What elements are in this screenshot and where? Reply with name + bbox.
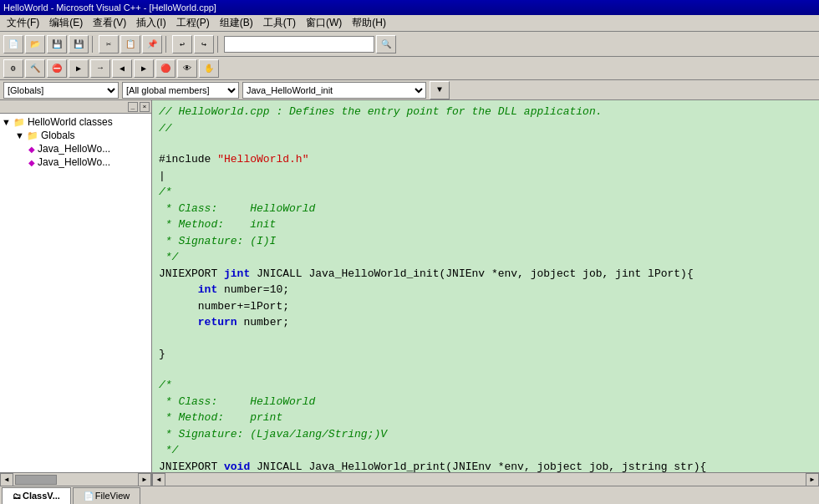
title-bar: HelloWorld - Microsoft Visual C++ - [Hel… bbox=[0, 0, 819, 15]
code-scroll-left[interactable]: ◀ bbox=[152, 473, 165, 486]
step-button[interactable]: → bbox=[90, 59, 110, 78]
copy-button[interactable]: 📋 bbox=[120, 35, 140, 53]
code-hscroll[interactable]: ◀ ▶ bbox=[152, 472, 819, 486]
code-line-22: */ bbox=[159, 442, 812, 459]
tree-root-label: HelloWorld classes bbox=[28, 116, 113, 128]
undo-button[interactable]: ↩ bbox=[172, 35, 192, 53]
separator3 bbox=[217, 36, 221, 53]
code-line-23: JNIEXPORT void JNICALL Java_HelloWorld_p… bbox=[159, 459, 812, 473]
method-icon2: ◆ bbox=[28, 158, 35, 167]
code-line-21: * Signature: (Ljava/lang/String;)V bbox=[159, 426, 812, 443]
menu-bar: 文件(F) 编辑(E) 查看(V) 插入(I) 工程(P) 组建(B) 工具(T… bbox=[0, 15, 819, 32]
panel-close-btn[interactable]: × bbox=[140, 102, 150, 112]
breakpoint-button[interactable]: 🔴 bbox=[155, 59, 176, 78]
compile-button[interactable]: ⚙ bbox=[3, 59, 23, 78]
function-dropdown[interactable]: Java_HelloWorld_init bbox=[242, 82, 426, 99]
separator1 bbox=[92, 36, 95, 53]
menu-item-view[interactable]: 查看(V) bbox=[88, 14, 131, 32]
dropdown-bar: [Globals] [All global members] Java_Hell… bbox=[0, 80, 819, 100]
build-button[interactable]: 🔨 bbox=[25, 59, 45, 78]
scroll-right-btn[interactable]: ▶ bbox=[138, 473, 151, 486]
code-line-14: return number; bbox=[159, 314, 812, 331]
debug-button[interactable]: ▶ bbox=[69, 59, 89, 78]
watch-button[interactable]: 👁 bbox=[177, 59, 197, 78]
code-line-19: * Class: HelloWorld bbox=[159, 394, 812, 410]
expand-icon: ▼ bbox=[2, 117, 11, 127]
menu-item-window[interactable]: 窗口(W) bbox=[301, 14, 347, 32]
save-button[interactable]: 💾 bbox=[47, 35, 67, 53]
tree-root[interactable]: ▼ 📁 HelloWorld classes bbox=[2, 115, 150, 129]
code-line-2: // bbox=[159, 120, 812, 137]
code-line-6: /* bbox=[159, 184, 812, 201]
method-icon1: ◆ bbox=[28, 145, 35, 154]
search-button[interactable]: 🔍 bbox=[376, 35, 396, 53]
scroll-thumb-left[interactable] bbox=[15, 475, 57, 485]
tree-globals-label: Globals bbox=[41, 130, 75, 141]
title-text: HelloWorld - Microsoft Visual C++ - [Hel… bbox=[3, 3, 216, 13]
members-dropdown[interactable]: [All global members] bbox=[122, 82, 239, 99]
tab-classview-label: ClassV... bbox=[23, 491, 60, 501]
main-area: _ × ▼ 📁 HelloWorld classes ▼ 📁 Globals ◆… bbox=[0, 100, 819, 486]
scroll-track-left[interactable] bbox=[13, 473, 138, 486]
code-line-11: JNIEXPORT jint JNICALL Java_HelloWorld_i… bbox=[159, 266, 812, 283]
stop-button[interactable]: ⛔ bbox=[47, 59, 67, 78]
menu-item-edit[interactable]: 编辑(E) bbox=[44, 14, 88, 32]
tree-method2[interactable]: ◆ Java_HelloWo... bbox=[2, 155, 150, 169]
menu-item-tools[interactable]: 工具(T) bbox=[258, 14, 301, 32]
open-button[interactable]: 📂 bbox=[25, 35, 45, 53]
code-line-7: * Class: HelloWorld bbox=[159, 201, 812, 217]
menu-item-build[interactable]: 组建(B) bbox=[215, 14, 258, 32]
code-editor[interactable]: // HelloWorld.cpp : Defines the entry po… bbox=[152, 100, 819, 472]
hand-button[interactable]: ✋ bbox=[199, 59, 219, 78]
tab-fileview[interactable]: 📄 FileView bbox=[73, 487, 140, 504]
right-side: // HelloWorld.cpp : Defines the entry po… bbox=[152, 100, 819, 486]
fileview-icon: 📄 bbox=[84, 491, 94, 501]
code-line-4: #include "HelloWorld.h" bbox=[159, 151, 812, 168]
tab-classview[interactable]: 🗂 ClassV... bbox=[2, 487, 71, 504]
save-all-button[interactable]: 💾 bbox=[69, 35, 89, 53]
panel-header: _ × bbox=[0, 100, 151, 114]
code-line-1: // HelloWorld.cpp : Defines the entry po… bbox=[159, 104, 812, 120]
tab-fileview-label: FileView bbox=[95, 491, 130, 501]
code-line-3 bbox=[159, 136, 812, 151]
new-button[interactable]: 📄 bbox=[3, 35, 23, 53]
code-line-5: | bbox=[159, 168, 812, 185]
code-line-8: * Method: init bbox=[159, 216, 812, 233]
code-scroll-right[interactable]: ▶ bbox=[806, 473, 819, 486]
expand-icon2: ▼ bbox=[15, 130, 24, 140]
menu-item-insert[interactable]: 插入(I) bbox=[131, 14, 170, 32]
tree-method1-label: Java_HelloWo... bbox=[38, 143, 110, 155]
nav-back-button[interactable]: ◀ bbox=[112, 59, 132, 78]
code-line-10: */ bbox=[159, 249, 812, 266]
tree-globals[interactable]: ▼ 📁 Globals bbox=[2, 129, 150, 142]
code-line-18: /* bbox=[159, 377, 812, 394]
left-hscroll[interactable]: ◀ ▶ bbox=[0, 472, 151, 486]
code-line-15 bbox=[159, 331, 812, 346]
code-scroll-track[interactable] bbox=[165, 473, 806, 486]
search-combo[interactable] bbox=[224, 36, 374, 53]
code-line-20: * Method: print bbox=[159, 410, 812, 426]
paste-button[interactable]: 📌 bbox=[142, 35, 162, 53]
redo-button[interactable]: ↪ bbox=[194, 35, 214, 53]
toolbar2: ⚙ 🔨 ⛔ ▶ → ◀ ▶ 🔴 👁 ✋ bbox=[0, 57, 819, 80]
nav-fwd-button[interactable]: ▶ bbox=[134, 59, 154, 78]
panel-minimize-btn[interactable]: _ bbox=[128, 102, 138, 112]
bottom-panel: 🗂 ClassV... 📄 FileView bbox=[0, 486, 819, 504]
menu-item-help[interactable]: 帮助(H) bbox=[347, 14, 391, 32]
dropdown-extra-btn[interactable]: ▼ bbox=[430, 81, 450, 99]
tree-method1[interactable]: ◆ Java_HelloWo... bbox=[2, 142, 150, 155]
menu-item-project[interactable]: 工程(P) bbox=[171, 14, 215, 32]
class-tree: ▼ 📁 HelloWorld classes ▼ 📁 Globals ◆ Jav… bbox=[0, 114, 151, 472]
tree-method2-label: Java_HelloWo... bbox=[38, 156, 110, 168]
code-line-16: } bbox=[159, 346, 812, 363]
classes-icon: 📁 bbox=[13, 117, 25, 128]
classview-icon: 🗂 bbox=[13, 491, 21, 501]
cut-button[interactable]: ✂ bbox=[99, 35, 119, 53]
scope-dropdown[interactable]: [Globals] bbox=[3, 82, 119, 99]
globals-icon: 📁 bbox=[27, 130, 38, 141]
menu-item-file[interactable]: 文件(F) bbox=[2, 14, 44, 32]
separator2 bbox=[165, 36, 169, 53]
code-line-13: number+=lPort; bbox=[159, 298, 812, 315]
scroll-left-btn[interactable]: ◀ bbox=[0, 473, 13, 486]
content-wrapper: _ × ▼ 📁 HelloWorld classes ▼ 📁 Globals ◆… bbox=[0, 100, 819, 504]
